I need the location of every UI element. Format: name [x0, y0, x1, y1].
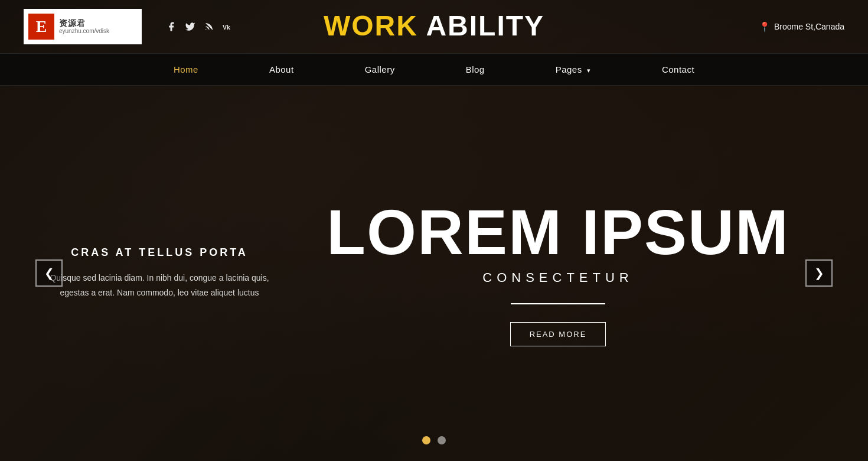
top-bar: E 资源君 eyunzhu.com/vdisk Vk — [0, 0, 868, 53]
carousel-dots — [422, 436, 446, 444]
logo-text: 资源君 eyunzhu.com/vdisk — [59, 18, 109, 35]
carousel-prev-button[interactable]: ❮ — [35, 259, 63, 287]
site-title: WORK ABILITY — [324, 12, 544, 40]
hero-left-title: CRAS AT TELLUS PORTA — [47, 246, 272, 259]
rss-icon[interactable] — [203, 21, 215, 33]
site-title-area: WORK ABILITY — [324, 12, 544, 40]
nav-item-about: About — [234, 53, 329, 86]
nav-item-home: Home — [138, 53, 234, 86]
logo-text-sub: eyunzhu.com/vdisk — [59, 28, 109, 35]
hero-left-block: CRAS AT TELLUS PORTA Quisque sed lacinia… — [35, 235, 283, 312]
nav-item-pages: Pages ▾ — [520, 53, 626, 86]
nav-item-blog: Blog — [430, 53, 520, 86]
nav-list: Home About Gallery Blog Pages ▾ Contact — [138, 53, 730, 86]
nav-link-blog[interactable]: Blog — [430, 53, 520, 86]
logo-text-main: 资源君 — [59, 18, 109, 28]
svg-text:Vk: Vk — [223, 24, 230, 31]
hero-divider — [511, 303, 605, 304]
location-text: Broome St,Canada — [774, 22, 844, 31]
hero-main-title: LOREM IPSUM — [327, 200, 789, 264]
hero-content: CRAS AT TELLUS PORTA Quisque sed lacinia… — [0, 86, 868, 461]
vk-icon[interactable]: Vk — [222, 21, 234, 33]
logo-box[interactable]: E 资源君 eyunzhu.com/vdisk — [24, 9, 142, 44]
location-pin-icon: 📍 — [759, 21, 771, 33]
carousel-dot-1[interactable] — [422, 436, 430, 444]
logo-icon: E — [28, 14, 54, 40]
hero-left-desc: Quisque sed lacinia diam. In nibh dui, c… — [47, 271, 272, 300]
nav-link-about[interactable]: About — [234, 53, 329, 86]
pages-dropdown-arrow: ▾ — [587, 67, 591, 74]
read-more-button[interactable]: READ MORE — [510, 322, 606, 346]
carousel-next-button[interactable]: ❯ — [805, 259, 833, 287]
hero-section: E 资源君 eyunzhu.com/vdisk Vk — [0, 0, 868, 461]
twitter-icon[interactable] — [184, 21, 196, 33]
nav-link-contact[interactable]: Contact — [626, 53, 730, 86]
nav-item-contact: Contact — [626, 53, 730, 86]
nav-link-home[interactable]: Home — [138, 53, 234, 86]
carousel-dot-2[interactable] — [438, 436, 446, 444]
svg-point-0 — [205, 30, 207, 31]
location-area: 📍 Broome St,Canada — [759, 21, 844, 33]
facebook-icon[interactable] — [165, 21, 177, 33]
site-title-ability: ABILITY — [418, 10, 544, 41]
nav-link-pages[interactable]: Pages ▾ — [520, 53, 626, 86]
hero-sub-title: CONSECTETUR — [482, 270, 633, 285]
social-icons: Vk — [165, 21, 234, 33]
site-title-work: WORK — [324, 10, 418, 41]
navbar: Home About Gallery Blog Pages ▾ Contact — [0, 53, 868, 86]
nav-link-gallery[interactable]: Gallery — [329, 53, 430, 86]
hero-center-block: LOREM IPSUM CONSECTETUR READ MORE — [283, 200, 833, 346]
nav-item-gallery: Gallery — [329, 53, 430, 86]
logo-area: E 资源君 eyunzhu.com/vdisk Vk — [24, 9, 234, 44]
